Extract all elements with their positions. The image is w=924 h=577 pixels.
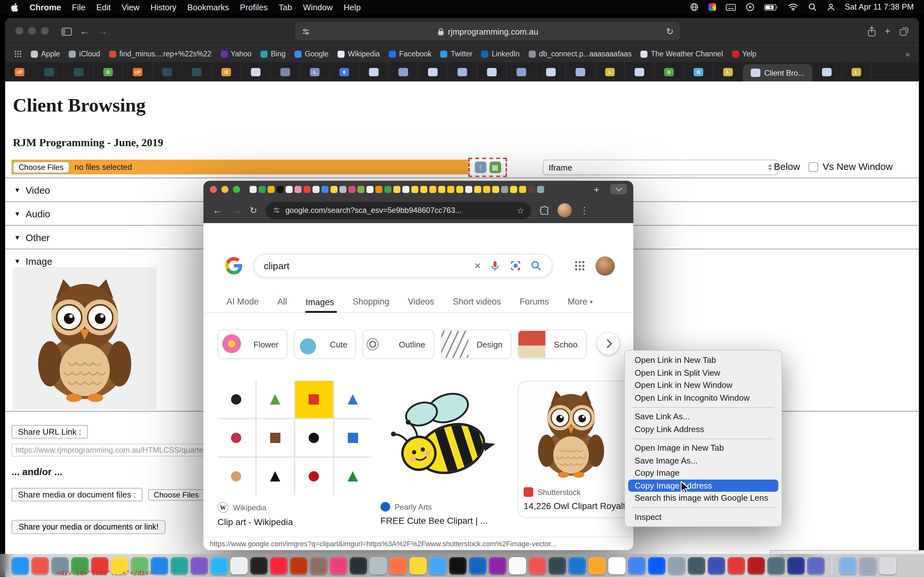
browser-tab[interactable]: [271, 62, 300, 81]
related-search-chip[interactable]: Schoo: [518, 330, 586, 359]
popup-tab-favicon[interactable]: [456, 185, 463, 193]
popup-tab-favicon[interactable]: [349, 185, 355, 193]
related-search-chip[interactable]: Outline: [363, 330, 434, 359]
dock-icon[interactable]: [230, 557, 248, 574]
dock-icon[interactable]: [489, 557, 506, 574]
related-search-chip[interactable]: Design: [441, 330, 511, 359]
bookmark-item[interactable]: LinkedIn: [481, 50, 520, 58]
dock-icon[interactable]: [409, 557, 427, 574]
apps-grid-icon[interactable]: [14, 50, 22, 58]
browser-tab[interactable]: cP: [5, 62, 35, 81]
dock-icon[interactable]: [529, 557, 546, 574]
search-icon[interactable]: [530, 259, 542, 272]
dock-icon[interactable]: [389, 557, 407, 574]
popup-tab-favicon[interactable]: [258, 185, 266, 193]
popup-tab-favicon[interactable]: [312, 185, 320, 193]
dock-icon[interactable]: [688, 557, 705, 574]
back-button[interactable]: ←: [212, 205, 223, 215]
dock-icon[interactable]: [748, 557, 765, 574]
dock-icon[interactable]: [648, 557, 666, 574]
bookmarks-overflow-icon[interactable]: »: [905, 49, 910, 59]
context-menu-item[interactable]: Open Link in New Window: [628, 379, 779, 392]
dock-icon[interactable]: [210, 557, 228, 574]
dock-icon[interactable]: [588, 557, 606, 574]
bookmark-item[interactable]: iCloud: [69, 50, 100, 58]
popup-tab-favicon[interactable]: [429, 185, 436, 193]
context-menu-item[interactable]: Copy Image Address: [628, 479, 779, 492]
result-type-tab[interactable]: Forums: [519, 297, 551, 312]
context-menu-item[interactable]: Open Image in New Tab: [628, 442, 779, 454]
battery-icon[interactable]: [764, 3, 778, 11]
popup-tab-favicon[interactable]: [339, 185, 347, 193]
browser-tab[interactable]: [625, 62, 654, 81]
site-settings-icon[interactable]: [272, 206, 280, 214]
search-result-image[interactable]: [381, 381, 509, 495]
popup-tab-favicon[interactable]: [420, 185, 427, 193]
dock-icon[interactable]: [370, 557, 387, 574]
result-type-tab[interactable]: Short videos: [453, 297, 503, 312]
browser-tab[interactable]: L: [842, 62, 871, 81]
context-menu-item[interactable]: Inspect: [628, 511, 779, 523]
dock-icon[interactable]: [250, 557, 268, 574]
dock-icon[interactable]: [469, 557, 486, 574]
dock-icon[interactable]: [628, 557, 646, 574]
popup-tab-favicon[interactable]: [402, 185, 409, 193]
sidebar-toggle-icon[interactable]: [61, 27, 72, 35]
menu-bar-item[interactable]: File: [72, 2, 86, 12]
dock-icon[interactable]: [151, 557, 168, 574]
browser-tab[interactable]: [448, 62, 477, 81]
menu-bar-item[interactable]: Profiles: [240, 2, 268, 12]
popup-tab-favicon[interactable]: [501, 185, 508, 193]
menu-bar-item[interactable]: Window: [303, 2, 333, 12]
popup-tab-favicon[interactable]: [528, 185, 535, 193]
address-bar[interactable]: google.com/search?sca_esv=5e9bb948607cc7…: [265, 201, 531, 219]
clear-search-icon[interactable]: ×: [474, 260, 481, 271]
context-menu-item[interactable]: Copy Image: [628, 467, 779, 479]
google-search-box[interactable]: clipart ×: [254, 254, 552, 277]
active-tab[interactable]: Client Bro...: [743, 64, 812, 81]
result-title[interactable]: FREE Cute Bee Clipart | ...: [381, 516, 509, 526]
browser-tab[interactable]: L: [714, 62, 743, 81]
profile-avatar[interactable]: [557, 203, 572, 218]
search-result-image[interactable]: [523, 385, 619, 480]
popup-tab-favicon[interactable]: [330, 185, 338, 193]
popup-tab-favicon[interactable]: [411, 185, 418, 193]
browser-tab[interactable]: [536, 62, 566, 81]
bookmark-item[interactable]: Wikipedia: [338, 50, 380, 58]
context-menu-item[interactable]: Save Link As...: [628, 410, 779, 423]
new-tab-icon[interactable]: +: [885, 26, 891, 37]
result-title[interactable]: Clip art - Wikipedia: [218, 517, 368, 527]
apple-menu-icon[interactable]: [10, 2, 19, 12]
browser-tab[interactable]: [389, 62, 418, 81]
browser-tab[interactable]: [359, 62, 389, 81]
back-button[interactable]: ←: [79, 26, 90, 37]
dock-icon[interactable]: [668, 557, 685, 574]
browser-tab[interactable]: [507, 62, 536, 81]
menu-bar-item[interactable]: History: [150, 2, 176, 12]
bookmark-item[interactable]: Yelp: [732, 50, 756, 58]
dock-icon[interactable]: [350, 557, 367, 574]
popup-tab-favicon[interactable]: [474, 185, 481, 193]
bookmark-item[interactable]: db_connect.p...aaasaaafaas: [529, 50, 632, 58]
browser-tab[interactable]: [64, 62, 94, 81]
popup-tab-favicon[interactable]: [367, 185, 373, 193]
popup-tab-favicon[interactable]: [438, 185, 445, 193]
dock-icon[interactable]: [270, 557, 288, 574]
popup-tab-favicon[interactable]: [276, 185, 284, 193]
menu-bar-item[interactable]: Help: [344, 2, 361, 12]
dock-icon[interactable]: [807, 557, 825, 574]
browser-tab[interactable]: [566, 62, 596, 81]
dock-icon[interactable]: [290, 557, 307, 574]
bookmark-star-icon[interactable]: ☆: [517, 205, 524, 215]
new-tab-button[interactable]: +: [594, 184, 599, 194]
browser-tab[interactable]: L: [300, 62, 330, 81]
popup-tab-favicon[interactable]: [393, 185, 401, 193]
popup-tab-favicon[interactable]: [294, 185, 302, 193]
bookmark-item[interactable]: Yahoo: [220, 50, 252, 58]
menu-dots-icon[interactable]: ⋮: [580, 205, 589, 215]
user-icon[interactable]: [826, 3, 835, 11]
dock-icon[interactable]: [549, 557, 566, 574]
image-result-selected[interactable]: Shutterstock 14,226 Owl Clipart Royalt: [518, 381, 633, 518]
upload-drop-target[interactable]: ↑ ▦: [468, 158, 507, 177]
forward-button[interactable]: →: [231, 205, 241, 215]
